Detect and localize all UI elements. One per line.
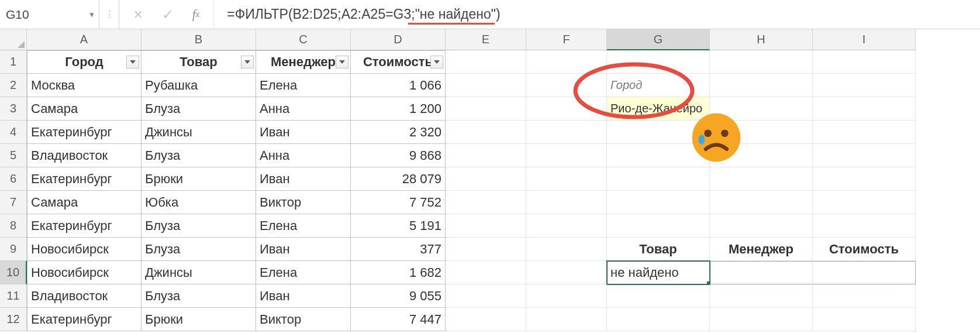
cell-F10[interactable] [526, 261, 607, 284]
accept-icon[interactable]: ✓ [162, 6, 174, 23]
cell-A3[interactable]: Самара [27, 97, 142, 121]
cell-I3[interactable] [813, 97, 916, 121]
filter-dropdown-icon[interactable] [336, 56, 348, 68]
row-header-12[interactable]: 12 [0, 308, 27, 331]
cell-E6[interactable] [446, 167, 526, 191]
name-box[interactable]: G10 ▼ [0, 0, 99, 29]
cell-G9[interactable]: Товар [607, 238, 710, 261]
cell-C2[interactable]: Елена [256, 74, 351, 97]
cell-I10[interactable] [813, 261, 916, 284]
cell-C3[interactable]: Анна [256, 97, 351, 121]
cell-D12[interactable]: 7 447 [351, 308, 446, 331]
cell-B5[interactable]: Блуза [142, 144, 256, 167]
filter-dropdown-icon[interactable] [430, 56, 443, 68]
row-header-6[interactable]: 6 [0, 167, 27, 191]
cell-H1[interactable] [710, 50, 813, 74]
cell-C8[interactable]: Елена [256, 214, 351, 238]
cell-H11[interactable] [710, 284, 813, 308]
cell-B2[interactable]: Рубашка [142, 74, 256, 97]
cell-H7[interactable] [710, 191, 813, 214]
cell-A7[interactable]: Самара [27, 191, 142, 214]
cell-G2[interactable]: Город [607, 74, 710, 97]
cell-H2[interactable] [710, 74, 813, 97]
column-header-E[interactable]: E [446, 29, 526, 50]
cell-C7[interactable]: Виктор [256, 191, 351, 214]
cell-C6[interactable]: Иван [256, 167, 351, 191]
row-header-5[interactable]: 5 [0, 144, 27, 167]
column-header-G[interactable]: G [607, 29, 710, 50]
cell-E4[interactable] [446, 121, 526, 144]
column-header-F[interactable]: F [526, 29, 607, 50]
cell-A8[interactable]: Екатеринбург [27, 214, 142, 238]
cell-F1[interactable] [526, 50, 607, 74]
cell-E3[interactable] [446, 97, 526, 121]
cell-A6[interactable]: Екатеринбург [27, 167, 142, 191]
cell-E2[interactable] [446, 74, 526, 97]
cell-D5[interactable]: 9 868 [351, 144, 446, 167]
cell-D4[interactable]: 2 320 [351, 121, 446, 144]
cell-G4[interactable] [607, 121, 710, 144]
cell-C5[interactable]: Анна [256, 144, 351, 167]
row-header-4[interactable]: 4 [0, 121, 27, 144]
cell-E12[interactable] [446, 308, 526, 331]
cell-F4[interactable] [526, 121, 607, 144]
cell-B4[interactable]: Джинсы [142, 121, 256, 144]
cell-I1[interactable] [813, 50, 916, 74]
cell-E8[interactable] [446, 214, 526, 238]
cell-A10[interactable]: Новосибирск [27, 261, 142, 284]
row-header-8[interactable]: 8 [0, 214, 27, 238]
cell-G7[interactable] [607, 191, 710, 214]
row-header-9[interactable]: 9 [0, 238, 27, 261]
cell-F12[interactable] [526, 308, 607, 331]
cell-E10[interactable] [446, 261, 526, 284]
cell-B6[interactable]: Брюки [142, 167, 256, 191]
column-header-B[interactable]: B [142, 29, 256, 50]
cell-A4[interactable]: Екатеринбург [27, 121, 142, 144]
cell-F6[interactable] [526, 167, 607, 191]
cell-I5[interactable] [813, 144, 916, 167]
cell-F3[interactable] [526, 97, 607, 121]
cell-G10[interactable]: не найдено [607, 261, 710, 284]
cell-E11[interactable] [446, 284, 526, 308]
cell-H9[interactable]: Менеджер [710, 238, 813, 261]
cell-A5[interactable]: Владивосток [27, 144, 142, 167]
cell-I4[interactable] [813, 121, 916, 144]
column-header-C[interactable]: C [256, 29, 351, 50]
cell-A11[interactable]: Владивосток [27, 284, 142, 308]
cell-G12[interactable] [607, 308, 710, 331]
cell-E7[interactable] [446, 191, 526, 214]
cell-E1[interactable] [446, 50, 526, 74]
cell-A9[interactable]: Новосибирск [27, 238, 142, 261]
cell-D8[interactable]: 5 191 [351, 214, 446, 238]
cell-F9[interactable] [526, 238, 607, 261]
cell-I6[interactable] [813, 167, 916, 191]
cell-G1[interactable] [607, 50, 710, 74]
cell-D9[interactable]: 377 [351, 238, 446, 261]
cell-F8[interactable] [526, 214, 607, 238]
cell-B9[interactable]: Блуза [142, 238, 256, 261]
cell-F5[interactable] [526, 144, 607, 167]
cell-F7[interactable] [526, 191, 607, 214]
cell-H12[interactable] [710, 308, 813, 331]
cell-B1[interactable]: Товар [142, 50, 256, 74]
cell-B7[interactable]: Юбка [142, 191, 256, 214]
cell-H3[interactable] [710, 97, 813, 121]
cell-D6[interactable]: 28 079 [351, 167, 446, 191]
cell-G5[interactable] [607, 144, 710, 167]
cell-A1[interactable]: Город [27, 50, 142, 74]
cell-G8[interactable] [607, 214, 710, 238]
cell-D7[interactable]: 7 752 [351, 191, 446, 214]
cell-G6[interactable] [607, 167, 710, 191]
cell-B3[interactable]: Блуза [142, 97, 256, 121]
cell-I2[interactable] [813, 74, 916, 97]
column-header-H[interactable]: H [710, 29, 813, 50]
cell-B12[interactable]: Брюки [142, 308, 256, 331]
cell-D11[interactable]: 9 055 [351, 284, 446, 308]
cell-I11[interactable] [813, 284, 916, 308]
cell-C12[interactable]: Виктор [256, 308, 351, 331]
select-all-corner[interactable] [0, 29, 27, 50]
cell-E5[interactable] [446, 144, 526, 167]
cell-G3[interactable]: Рио-де-Жанейро [607, 97, 710, 121]
cancel-icon[interactable]: ✕ [133, 8, 143, 22]
filter-dropdown-icon[interactable] [241, 56, 254, 68]
